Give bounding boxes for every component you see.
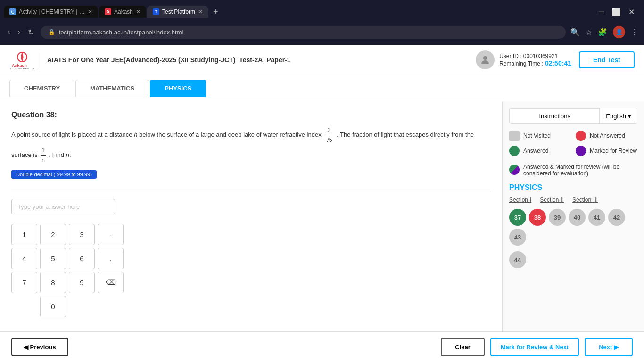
tab-language[interactable]: English ▾ [600, 108, 637, 123]
question-btn-39[interactable]: 39 [549, 209, 566, 226]
key-0[interactable]: 0 [40, 296, 66, 317]
question-btn-44[interactable]: 44 [509, 251, 526, 268]
fraction-numerator-2: 1 [41, 146, 46, 156]
question-btn-38[interactable]: 38 [529, 209, 546, 226]
user-avatar [476, 50, 495, 69]
user-id-value: 00010369921 [523, 53, 558, 59]
user-info: User ID : 00010369921 Remaining Time : 0… [476, 50, 571, 69]
fraction-numerator-1: 3 [327, 125, 332, 135]
key-5[interactable]: 5 [40, 248, 66, 269]
var-n: n [66, 151, 69, 158]
question-btn-40[interactable]: 40 [569, 209, 586, 226]
url-bar[interactable]: 🔒 testplatform.aakash.ac.in/testpanel/in… [41, 26, 566, 39]
fraction-refractive-index: 3 √5 [324, 125, 333, 146]
marked-label: Marked for Review [590, 148, 637, 154]
logo-svg: Aakash Medical|IIT-JEE|Foundation [9, 50, 35, 69]
app-header: Aakash Medical|IIT-JEE|Foundation AIATS … [0, 45, 644, 75]
question-btn-37[interactable]: 37 [509, 209, 526, 226]
answered-dot [509, 146, 520, 156]
logo-area: Aakash Medical|IIT-JEE|Foundation AIATS … [9, 49, 291, 71]
tab-1-close[interactable]: ✕ [88, 8, 92, 15]
close-window-icon[interactable]: ✕ [628, 8, 635, 16]
legend-not-answered: Not Answered [576, 131, 637, 141]
browser-tab-2[interactable]: A Aakash ✕ [99, 6, 146, 18]
question-separator [11, 192, 491, 192]
tab-instructions[interactable]: Instructions [510, 108, 600, 123]
answer-input[interactable] [11, 199, 115, 214]
maximize-icon[interactable]: ⬜ [611, 8, 621, 16]
panel-tab-bar: Instructions English ▾ [509, 108, 637, 124]
svg-text:Aakash: Aakash [12, 63, 27, 68]
legend-marked: Marked for Review [576, 146, 637, 156]
right-panel: Instructions English ▾ Not Visited Not A… [503, 101, 644, 331]
section-tab-2[interactable]: Section-II [540, 197, 564, 203]
user-id-row: User ID : 00010369921 [499, 53, 571, 59]
key-minus[interactable]: - [98, 224, 124, 245]
fraction-escape: 1 n [41, 146, 46, 165]
browser-tab-1[interactable]: C Activity | CHEMISTRY | Microsof ✕ [4, 6, 98, 18]
marked-dot [576, 146, 586, 156]
key-1[interactable]: 1 [11, 224, 37, 245]
tab-2-close[interactable]: ✕ [136, 8, 140, 15]
key-7[interactable]: 7 [11, 272, 37, 293]
bottom-navigation: ◀ Previous Clear Mark for Review & Next … [0, 331, 644, 362]
key-2[interactable]: 2 [40, 224, 66, 245]
logo-divider [41, 50, 41, 69]
chevron-down-icon: ▾ [628, 113, 631, 120]
url-text: testplatform.aakash.ac.in/testpanel/inde… [59, 29, 183, 36]
header-right: User ID : 00010369921 Remaining Time : 0… [476, 50, 635, 69]
not-answered-dot [576, 131, 586, 141]
tab-physics[interactable]: PHYSICS [150, 80, 206, 97]
search-icon[interactable]: 🔍 [570, 28, 580, 37]
menu-icon[interactable]: ⋮ [631, 28, 638, 37]
test-platform-favicon: T [153, 8, 159, 15]
end-test-button[interactable]: End Test [579, 51, 635, 68]
key-3[interactable]: 3 [69, 224, 95, 245]
next-button[interactable]: Next ▶ [585, 338, 633, 356]
question-btn-41[interactable]: 41 [588, 209, 605, 226]
question-grid: 37 38 39 40 41 42 43 44 [509, 209, 637, 268]
tab-3-close[interactable]: ✕ [198, 8, 203, 15]
question-status-legend: Not Visited Not Answered Answered Marked… [509, 131, 637, 156]
tab-1-label: Activity | CHEMISTRY | Microsof [19, 8, 85, 15]
tab-3-label: Test Platform [162, 8, 195, 15]
remaining-time-row: Remaining Time : 02:50:41 [499, 59, 571, 67]
clear-button[interactable]: Clear [441, 338, 485, 356]
aakash-favicon: A [105, 8, 111, 15]
physics-section-title: PHYSICS [509, 183, 637, 192]
var-h: h [134, 131, 137, 138]
chrome-favicon: C [9, 8, 16, 15]
back-button[interactable]: ‹ [6, 26, 12, 39]
previous-button[interactable]: ◀ Previous [11, 338, 68, 356]
key-8[interactable]: 8 [40, 272, 66, 293]
tab-chemistry[interactable]: CHEMISTRY [9, 80, 74, 97]
answered-label: Answered [523, 148, 548, 154]
browser-tab-3[interactable]: T Test Platform ✕ [147, 6, 208, 18]
key-6[interactable]: 6 [69, 248, 95, 269]
svg-text:Medical|IIT-JEE|Foundation: Medical|IIT-JEE|Foundation [10, 68, 35, 69]
key-dot[interactable]: . [98, 248, 124, 269]
question-title: Question 38: [11, 111, 491, 119]
legend-answered: Answered [509, 146, 571, 156]
profile-avatar[interactable]: 👤 [613, 26, 625, 38]
section-tab-1[interactable]: Section-I [509, 197, 531, 203]
forward-button[interactable]: › [16, 26, 22, 39]
minimize-icon[interactable]: ─ [599, 8, 604, 16]
answered-marked-dot [509, 165, 520, 175]
bookmark-icon[interactable]: ☆ [586, 28, 592, 37]
question-btn-42[interactable]: 42 [608, 209, 625, 226]
key-4[interactable]: 4 [11, 248, 37, 269]
extensions-icon[interactable]: 🧩 [598, 28, 607, 37]
aakash-logo: Aakash Medical|IIT-JEE|Foundation [9, 49, 35, 71]
refresh-button[interactable]: ↻ [26, 26, 36, 39]
legend-not-visited: Not Visited [509, 131, 571, 141]
svg-point-3 [483, 56, 487, 60]
new-tab-button[interactable]: + [209, 5, 222, 19]
window-controls: ─ ⬜ ✕ [593, 8, 640, 16]
key-9[interactable]: 9 [69, 272, 95, 293]
key-backspace[interactable]: ⌫ [98, 272, 124, 293]
mark-review-button[interactable]: Mark for Review & Next [490, 338, 579, 356]
tab-mathematics[interactable]: MATHEMATICS [75, 80, 149, 97]
question-btn-43[interactable]: 43 [509, 229, 526, 246]
section-tab-3[interactable]: Section-III [572, 197, 598, 203]
